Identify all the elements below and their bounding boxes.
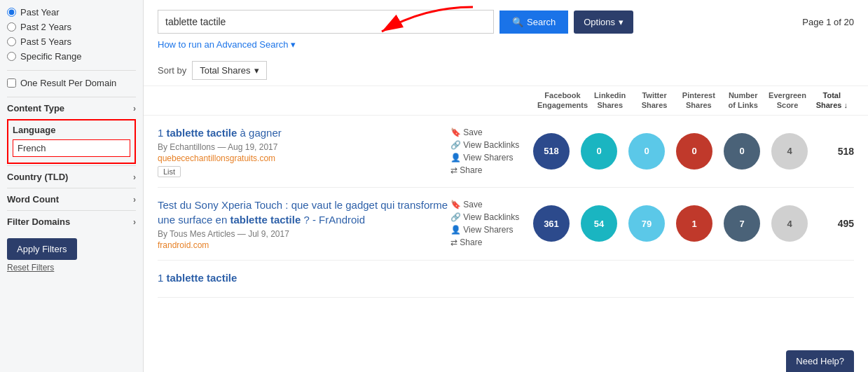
twitter-circle-1: 0 <box>628 133 665 170</box>
main-content: 🔍 Search Options ▾ Page 1 of 20 How to r… <box>144 0 868 372</box>
results-list: 1 tablette tactile à gagner By Echantill… <box>144 116 868 372</box>
result-title-3[interactable]: 1 tablette tactile <box>158 270 480 285</box>
save-link-2[interactable]: 🔖 Save <box>450 200 528 209</box>
links-circle-2: 7 <box>724 205 760 242</box>
language-label: Language <box>13 125 130 135</box>
total-shares-2: 495 <box>819 218 854 229</box>
date-range-filter: Past Year Past 2 Years Past 5 Years Spec… <box>7 7 136 62</box>
linkedin-circle-1: 0 <box>581 133 617 170</box>
divider-1 <box>7 70 136 71</box>
radio-specific-range[interactable]: Specific Range <box>7 51 136 62</box>
result-domain-2[interactable]: frandroid.com <box>158 240 450 250</box>
evergreen-circle-1: 4 <box>771 133 808 170</box>
total-shares-1: 518 <box>819 146 854 157</box>
metrics-row-2: 361 54 79 1 7 4 495 <box>528 205 854 242</box>
linkedin-circle-2: 54 <box>581 205 617 242</box>
result-domain-1[interactable]: quebecechantillonsgratuits.com <box>158 153 450 163</box>
sort-chevron-icon: ▾ <box>254 65 259 76</box>
country-tld-arrow-icon: › <box>133 172 136 182</box>
sort-bar: Sort by Total Shares ▾ <box>144 55 868 86</box>
result-content-3: 1 tablette tactile <box>158 270 480 287</box>
radio-past-2-years[interactable]: Past 2 Years <box>7 22 136 32</box>
date-range-group: Past Year Past 2 Years Past 5 Years Spec… <box>7 7 136 62</box>
apply-filters-button[interactable]: Apply Filters <box>7 238 77 260</box>
sort-label: Sort by <box>158 65 186 76</box>
result-meta-1: By Echantillons — Aug 19, 2017 <box>158 142 450 152</box>
col-header-total: TotalShares ↓ <box>810 90 854 111</box>
content-type-filter[interactable]: Content Type › <box>7 97 136 119</box>
pinterest-circle-1: 0 <box>676 133 712 170</box>
table-row: 1 tablette tactile à gagner By Echantill… <box>158 116 854 188</box>
search-input[interactable] <box>158 10 494 34</box>
result-title-1[interactable]: 1 tablette tactile à gagner <box>158 125 450 140</box>
result-meta-2: By Tous Mes Articles — Jul 9, 2017 <box>158 229 450 239</box>
content-type-arrow-icon: › <box>133 104 136 113</box>
one-result-per-domain-checkbox[interactable] <box>7 78 16 88</box>
result-title-2[interactable]: Test du Sony Xperia Touch : que vaut le … <box>158 198 450 227</box>
sort-select[interactable]: Total Shares ▾ <box>192 61 267 80</box>
col-header-facebook: FacebookEngagements <box>537 90 588 111</box>
options-chevron-icon: ▾ <box>619 17 624 27</box>
reset-filters-link[interactable]: Reset Filters <box>7 263 136 273</box>
metrics-row-1: 518 0 0 0 0 4 518 <box>528 133 854 170</box>
view-backlinks-link-2[interactable]: 🔗 View Backlinks <box>450 212 528 222</box>
table-row: 1 tablette tactile <box>158 261 854 298</box>
page-info: Page 1 of 20 <box>802 17 854 27</box>
filter-domains-arrow-icon: › <box>133 217 136 227</box>
share-link-1[interactable]: ⇄ Share <box>450 165 528 175</box>
facebook-circle-1: 518 <box>533 133 570 170</box>
result-content-1: 1 tablette tactile à gagner By Echantill… <box>158 125 450 177</box>
col-header-evergreen: EvergreenScore <box>765 90 809 111</box>
radio-past-5-years[interactable]: Past 5 Years <box>7 36 136 47</box>
word-count-arrow-icon: › <box>133 195 136 205</box>
view-backlinks-link-1[interactable]: 🔗 View Backlinks <box>450 140 528 150</box>
column-headers: FacebookEngagements LinkedinShares Twitt… <box>144 86 868 116</box>
language-input[interactable] <box>13 139 130 157</box>
view-sharers-link-2[interactable]: 👤 View Sharers <box>450 225 528 235</box>
pinterest-circle-2: 1 <box>676 205 712 242</box>
word-count-filter[interactable]: Word Count › <box>7 188 136 210</box>
evergreen-circle-2: 4 <box>771 205 808 242</box>
share-link-2[interactable]: ⇄ Share <box>450 237 528 247</box>
search-icon: 🔍 <box>512 17 523 27</box>
search-bar: 🔍 Search Options ▾ Page 1 of 20 <box>144 0 868 38</box>
country-tld-filter[interactable]: Country (TLD) › <box>7 165 136 188</box>
advanced-chevron-icon: ▾ <box>291 39 296 50</box>
language-filter: Language <box>7 119 136 164</box>
search-button[interactable]: 🔍 Search <box>500 11 568 34</box>
filter-domains-filter[interactable]: Filter Domains › <box>7 210 136 233</box>
save-link-1[interactable]: 🔖 Save <box>450 128 528 137</box>
col-header-pinterest: PinterestShares <box>677 90 721 111</box>
options-button[interactable]: Options ▾ <box>574 11 633 34</box>
result-actions-1: 🔖 Save 🔗 View Backlinks 👤 View Sharers ⇄… <box>450 128 528 175</box>
radio-past-year[interactable]: Past Year <box>7 7 136 18</box>
twitter-circle-2: 79 <box>628 205 665 242</box>
facebook-circle-2: 361 <box>533 205 570 242</box>
result-actions-2: 🔖 Save 🔗 View Backlinks 👤 View Sharers ⇄… <box>450 200 528 247</box>
col-header-linkedin: LinkedinShares <box>588 90 632 111</box>
sidebar: Past Year Past 2 Years Past 5 Years Spec… <box>0 0 144 372</box>
result-tag-1: List <box>158 166 181 177</box>
table-row: Test du Sony Xperia Touch : que vaut le … <box>158 188 854 261</box>
advanced-search-link[interactable]: How to run an Advanced Search ▾ <box>144 38 868 55</box>
col-header-twitter: TwitterShares <box>632 90 676 111</box>
view-sharers-link-1[interactable]: 👤 View Sharers <box>450 153 528 163</box>
links-circle-1: 0 <box>724 133 760 170</box>
need-help-button[interactable]: Need Help? <box>786 350 854 372</box>
one-result-per-domain-row[interactable]: One Result Per Domain <box>7 78 136 88</box>
result-content-2: Test du Sony Xperia Touch : que vaut le … <box>158 198 450 250</box>
col-header-links: Numberof Links <box>721 90 765 111</box>
